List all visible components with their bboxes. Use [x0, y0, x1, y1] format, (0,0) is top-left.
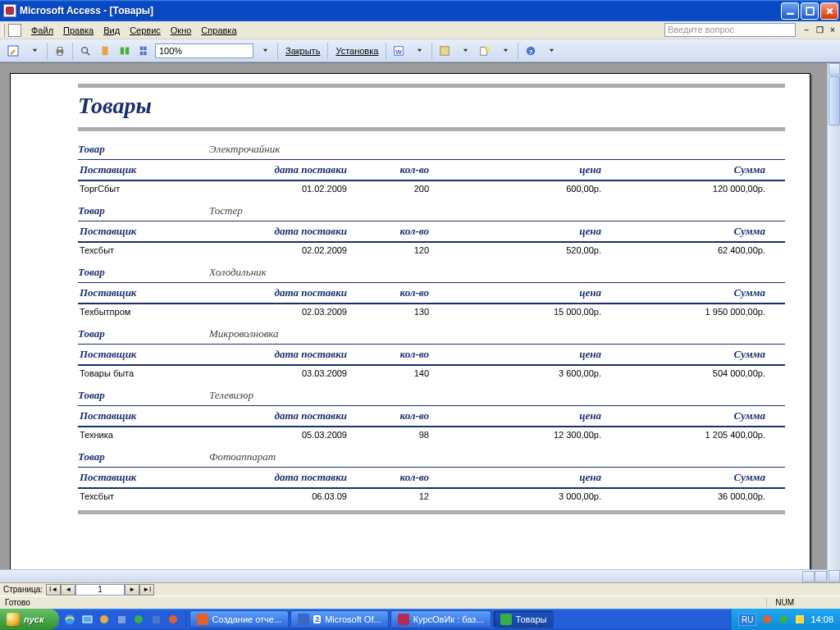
status-bar: Готово NUM [0, 596, 840, 609]
language-indicator[interactable]: RU [738, 614, 756, 626]
horizontal-scrollbar[interactable] [0, 569, 827, 582]
col-price: цена [431, 468, 603, 486]
cell-price: 12 300,00р. [431, 427, 603, 442]
col-sum: Сумма [603, 284, 767, 302]
prev-page-button[interactable]: ◄ [61, 584, 75, 596]
col-date: дата поставки [226, 407, 349, 425]
col-price: цена [431, 284, 603, 302]
scroll-up-button[interactable] [829, 63, 840, 75]
group-name: Электрочайник [209, 143, 280, 156]
menu-view[interactable]: Вид [98, 24, 125, 37]
task-label: Создание отче... [212, 614, 282, 624]
last-page-button[interactable]: ►Ⅰ [139, 584, 154, 596]
svg-rect-11 [144, 46, 147, 49]
col-sum: Сумма [603, 222, 767, 240]
new-object-extra-dropdown[interactable] [496, 42, 514, 60]
taskbar-task[interactable]: Товары [493, 610, 555, 628]
ql-app4-icon[interactable] [148, 611, 165, 628]
svg-rect-10 [140, 46, 144, 49]
page-nav-label: Страница: [3, 585, 43, 594]
quick-launch [59, 611, 186, 628]
svg-rect-9 [126, 47, 129, 54]
tray-clock[interactable]: 14:08 [810, 614, 833, 624]
start-button[interactable]: пуск [0, 609, 59, 630]
taskbar-task[interactable]: 2Microsoft Of... [290, 610, 388, 628]
mdi-close-button[interactable]: × [827, 25, 838, 36]
multi-pages-button[interactable] [135, 42, 153, 60]
taskbar-task[interactable]: Создание отче... [189, 610, 290, 628]
scroll-left-button[interactable] [802, 571, 815, 582]
print-button[interactable] [51, 42, 69, 60]
status-ready: Готово [5, 598, 30, 607]
tray-icon-3[interactable] [794, 614, 806, 625]
first-page-button[interactable]: Ⅰ◄ [46, 584, 61, 596]
ql-app1-icon[interactable] [97, 611, 113, 628]
col-price: цена [431, 161, 603, 179]
zoom-dropdown[interactable] [256, 42, 274, 60]
cell-sum: 62 400,00р. [603, 243, 767, 258]
new-object-dropdown[interactable] [456, 42, 474, 60]
cell-qty: 130 [349, 304, 431, 319]
scroll-down-button[interactable] [829, 570, 840, 582]
menu-file[interactable]: Файл [26, 24, 58, 37]
design-view-button[interactable] [3, 42, 23, 60]
ql-app3-icon[interactable] [131, 611, 148, 628]
menu-edit[interactable]: Правка [58, 24, 98, 37]
report-page[interactable]: Товары Товар Электрочайник Поставщик дат… [10, 73, 810, 582]
toolbar-handle[interactable] [2, 24, 5, 37]
windows-logo-icon [7, 613, 20, 626]
col-qty: кол-во [349, 345, 431, 363]
maximize-button[interactable] [801, 2, 819, 20]
ql-desktop-icon[interactable] [80, 611, 96, 628]
close-button[interactable] [820, 2, 838, 20]
close-preview-button[interactable]: Закрыть [281, 46, 324, 56]
toolbar: 100% Закрыть Установка W ? [0, 39, 840, 62]
ql-app5-icon[interactable] [166, 611, 182, 628]
next-page-button[interactable]: ► [125, 584, 139, 596]
cell-date: 02.03.2009 [226, 304, 349, 319]
task-icon [298, 614, 309, 625]
ql-app2-icon[interactable] [114, 611, 130, 628]
mdi-restore-button[interactable]: ❐ [814, 25, 825, 36]
scroll-right-button[interactable] [815, 571, 827, 582]
page-setup-button[interactable]: Установка [331, 46, 382, 56]
svg-rect-30 [796, 615, 804, 623]
menu-help[interactable]: Справка [196, 24, 241, 37]
database-window-button[interactable] [436, 42, 454, 60]
one-page-button[interactable] [96, 42, 114, 60]
new-object-button[interactable] [476, 42, 494, 60]
cell-price: 15 000,00р. [431, 304, 603, 319]
view-dropdown[interactable] [25, 42, 43, 60]
tray-icon-1[interactable] [761, 614, 773, 625]
cell-qty: 140 [349, 366, 431, 381]
svg-rect-1 [806, 7, 814, 15]
mdi-minimize-button[interactable]: – [801, 25, 812, 36]
ask-question-input[interactable]: Введите вопрос [664, 23, 796, 37]
svg-rect-24 [118, 616, 126, 623]
svg-point-18 [485, 46, 489, 50]
group-label: Товар [78, 450, 209, 463]
cell-qty: 120 [349, 243, 431, 258]
document-icon[interactable] [8, 24, 21, 37]
tray-icon-2[interactable] [778, 614, 789, 625]
menu-window[interactable]: Окно [166, 24, 197, 37]
vertical-scrollbar[interactable] [827, 63, 840, 582]
zoom-icon[interactable] [76, 42, 94, 60]
taskbar-task[interactable]: КурсОвИк : баз... [390, 610, 491, 628]
zoom-combo[interactable]: 100% [155, 43, 253, 58]
help-button[interactable]: ? [522, 42, 540, 60]
minimize-button[interactable] [781, 2, 799, 20]
officelinks-dropdown[interactable] [410, 42, 428, 60]
group-label: Товар [78, 204, 209, 217]
group-name: Тостер [209, 204, 243, 217]
two-pages-button[interactable] [116, 42, 134, 60]
report-title: Товары [78, 93, 785, 119]
scroll-thumb[interactable] [829, 76, 840, 126]
officelinks-word-button[interactable]: W [390, 42, 408, 60]
page-number-input[interactable] [75, 584, 125, 596]
ql-ie-icon[interactable] [62, 611, 79, 628]
cell-price: 600,00р. [431, 181, 603, 196]
task-icon [398, 614, 409, 625]
toolbar-overflow[interactable] [542, 42, 560, 60]
menu-tools[interactable]: Сервис [125, 24, 166, 37]
